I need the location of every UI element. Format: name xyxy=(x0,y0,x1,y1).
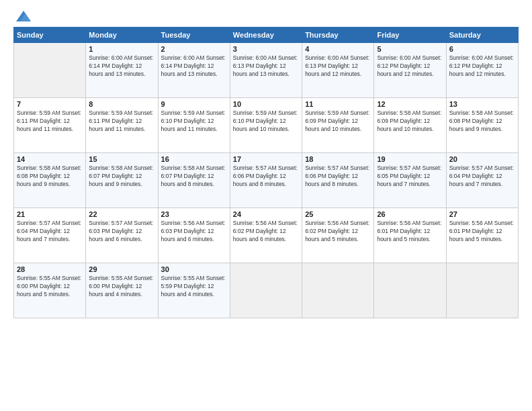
day-number: 30 xyxy=(161,265,227,273)
day-info: Sunrise: 5:59 AM Sunset: 6:10 PM Dayligh… xyxy=(233,109,299,134)
day-cell: 4Sunrise: 6:00 AM Sunset: 6:13 PM Daylig… xyxy=(302,43,374,98)
day-cell: 13Sunrise: 5:58 AM Sunset: 6:08 PM Dayli… xyxy=(446,98,518,153)
day-cell: 5Sunrise: 6:00 AM Sunset: 6:12 PM Daylig… xyxy=(374,43,446,98)
day-number: 17 xyxy=(233,155,299,163)
day-cell: 16Sunrise: 5:58 AM Sunset: 6:07 PM Dayli… xyxy=(158,153,230,208)
page: SundayMondayTuesdayWednesdayThursdayFrid… xyxy=(0,0,532,411)
week-row-5: 28Sunrise: 5:55 AM Sunset: 6:00 PM Dayli… xyxy=(14,263,519,318)
day-number: 26 xyxy=(377,210,443,218)
day-number: 6 xyxy=(449,45,515,53)
day-info: Sunrise: 5:57 AM Sunset: 6:03 PM Dayligh… xyxy=(89,220,154,244)
day-cell xyxy=(374,263,446,318)
day-number: 2 xyxy=(161,45,227,53)
day-number: 16 xyxy=(161,155,227,163)
logo-icon xyxy=(15,9,32,23)
day-number: 11 xyxy=(305,100,371,108)
day-cell: 19Sunrise: 5:57 AM Sunset: 6:05 PM Dayli… xyxy=(374,153,446,208)
day-info: Sunrise: 5:56 AM Sunset: 6:03 PM Dayligh… xyxy=(161,220,227,244)
header-cell-saturday: Saturday xyxy=(446,28,518,43)
day-info: Sunrise: 6:00 AM Sunset: 6:12 PM Dayligh… xyxy=(449,54,515,79)
header xyxy=(13,12,519,20)
day-number: 8 xyxy=(89,100,154,108)
day-number: 10 xyxy=(233,100,299,108)
day-cell: 26Sunrise: 5:56 AM Sunset: 6:01 PM Dayli… xyxy=(374,208,446,263)
day-number: 20 xyxy=(449,155,515,163)
header-cell-sunday: Sunday xyxy=(14,28,86,43)
day-cell: 27Sunrise: 5:56 AM Sunset: 6:01 PM Dayli… xyxy=(446,208,518,263)
day-cell: 6Sunrise: 6:00 AM Sunset: 6:12 PM Daylig… xyxy=(446,43,518,98)
day-number: 12 xyxy=(377,100,443,108)
day-number: 21 xyxy=(17,210,83,218)
day-cell: 25Sunrise: 5:56 AM Sunset: 6:02 PM Dayli… xyxy=(302,208,374,263)
week-row-4: 21Sunrise: 5:57 AM Sunset: 6:04 PM Dayli… xyxy=(14,208,519,263)
day-cell: 8Sunrise: 5:59 AM Sunset: 6:11 PM Daylig… xyxy=(86,98,158,153)
day-info: Sunrise: 5:59 AM Sunset: 6:11 PM Dayligh… xyxy=(17,109,83,134)
day-number: 29 xyxy=(89,265,154,273)
day-cell xyxy=(230,263,302,318)
day-number: 7 xyxy=(17,100,83,108)
day-info: Sunrise: 5:58 AM Sunset: 6:09 PM Dayligh… xyxy=(377,109,443,134)
day-cell xyxy=(14,43,86,98)
day-number: 9 xyxy=(161,100,227,108)
day-number: 18 xyxy=(305,155,371,163)
day-number: 19 xyxy=(377,155,443,163)
day-info: Sunrise: 5:56 AM Sunset: 6:01 PM Dayligh… xyxy=(449,220,515,244)
day-info: Sunrise: 5:58 AM Sunset: 6:08 PM Dayligh… xyxy=(449,109,515,134)
day-cell: 14Sunrise: 5:58 AM Sunset: 6:08 PM Dayli… xyxy=(14,153,86,208)
day-info: Sunrise: 5:55 AM Sunset: 6:00 PM Dayligh… xyxy=(89,275,154,299)
day-cell: 9Sunrise: 5:59 AM Sunset: 6:10 PM Daylig… xyxy=(158,98,230,153)
day-number: 3 xyxy=(233,45,299,53)
day-info: Sunrise: 5:59 AM Sunset: 6:11 PM Dayligh… xyxy=(89,109,154,134)
day-cell: 7Sunrise: 5:59 AM Sunset: 6:11 PM Daylig… xyxy=(14,98,86,153)
day-number: 22 xyxy=(89,210,154,218)
day-info: Sunrise: 6:00 AM Sunset: 6:12 PM Dayligh… xyxy=(377,54,443,79)
header-cell-monday: Monday xyxy=(86,28,158,43)
day-info: Sunrise: 5:57 AM Sunset: 6:06 PM Dayligh… xyxy=(233,165,299,189)
day-info: Sunrise: 5:58 AM Sunset: 6:07 PM Dayligh… xyxy=(89,165,154,189)
day-info: Sunrise: 6:00 AM Sunset: 6:13 PM Dayligh… xyxy=(305,54,371,79)
day-cell: 15Sunrise: 5:58 AM Sunset: 6:07 PM Dayli… xyxy=(86,153,158,208)
day-number: 4 xyxy=(305,45,371,53)
day-info: Sunrise: 5:58 AM Sunset: 6:07 PM Dayligh… xyxy=(161,165,227,189)
logo xyxy=(13,12,32,20)
day-number: 27 xyxy=(449,210,515,218)
day-cell xyxy=(302,263,374,318)
day-info: Sunrise: 5:55 AM Sunset: 5:59 PM Dayligh… xyxy=(161,275,227,299)
day-info: Sunrise: 5:58 AM Sunset: 6:08 PM Dayligh… xyxy=(17,165,83,189)
day-number: 28 xyxy=(17,265,83,273)
header-row: SundayMondayTuesdayWednesdayThursdayFrid… xyxy=(14,28,519,43)
day-info: Sunrise: 5:59 AM Sunset: 6:10 PM Dayligh… xyxy=(161,109,227,134)
day-number: 23 xyxy=(161,210,227,218)
day-info: Sunrise: 5:56 AM Sunset: 6:02 PM Dayligh… xyxy=(233,220,299,244)
day-cell: 24Sunrise: 5:56 AM Sunset: 6:02 PM Dayli… xyxy=(230,208,302,263)
day-info: Sunrise: 5:57 AM Sunset: 6:06 PM Dayligh… xyxy=(305,165,371,189)
day-cell: 20Sunrise: 5:57 AM Sunset: 6:04 PM Dayli… xyxy=(446,153,518,208)
day-cell: 22Sunrise: 5:57 AM Sunset: 6:03 PM Dayli… xyxy=(86,208,158,263)
day-info: Sunrise: 5:57 AM Sunset: 6:04 PM Dayligh… xyxy=(17,220,83,244)
day-cell: 2Sunrise: 6:00 AM Sunset: 6:14 PM Daylig… xyxy=(158,43,230,98)
calendar-table: SundayMondayTuesdayWednesdayThursdayFrid… xyxy=(13,27,519,318)
day-number: 5 xyxy=(377,45,443,53)
day-info: Sunrise: 5:59 AM Sunset: 6:09 PM Dayligh… xyxy=(305,109,371,134)
day-cell: 29Sunrise: 5:55 AM Sunset: 6:00 PM Dayli… xyxy=(86,263,158,318)
day-info: Sunrise: 5:57 AM Sunset: 6:04 PM Dayligh… xyxy=(449,165,515,189)
day-cell: 11Sunrise: 5:59 AM Sunset: 6:09 PM Dayli… xyxy=(302,98,374,153)
day-number: 14 xyxy=(17,155,83,163)
day-cell xyxy=(446,263,518,318)
day-cell: 21Sunrise: 5:57 AM Sunset: 6:04 PM Dayli… xyxy=(14,208,86,263)
day-info: Sunrise: 5:55 AM Sunset: 6:00 PM Dayligh… xyxy=(17,275,83,299)
day-cell: 23Sunrise: 5:56 AM Sunset: 6:03 PM Dayli… xyxy=(158,208,230,263)
day-cell: 30Sunrise: 5:55 AM Sunset: 5:59 PM Dayli… xyxy=(158,263,230,318)
day-cell: 3Sunrise: 6:00 AM Sunset: 6:13 PM Daylig… xyxy=(230,43,302,98)
day-cell: 10Sunrise: 5:59 AM Sunset: 6:10 PM Dayli… xyxy=(230,98,302,153)
header-cell-thursday: Thursday xyxy=(302,28,374,43)
day-info: Sunrise: 6:00 AM Sunset: 6:13 PM Dayligh… xyxy=(233,54,299,79)
day-info: Sunrise: 5:56 AM Sunset: 6:02 PM Dayligh… xyxy=(305,220,371,244)
day-number: 25 xyxy=(305,210,371,218)
day-cell: 18Sunrise: 5:57 AM Sunset: 6:06 PM Dayli… xyxy=(302,153,374,208)
header-cell-tuesday: Tuesday xyxy=(158,28,230,43)
day-number: 24 xyxy=(233,210,299,218)
day-cell: 17Sunrise: 5:57 AM Sunset: 6:06 PM Dayli… xyxy=(230,153,302,208)
day-cell: 12Sunrise: 5:58 AM Sunset: 6:09 PM Dayli… xyxy=(374,98,446,153)
week-row-3: 14Sunrise: 5:58 AM Sunset: 6:08 PM Dayli… xyxy=(14,153,519,208)
